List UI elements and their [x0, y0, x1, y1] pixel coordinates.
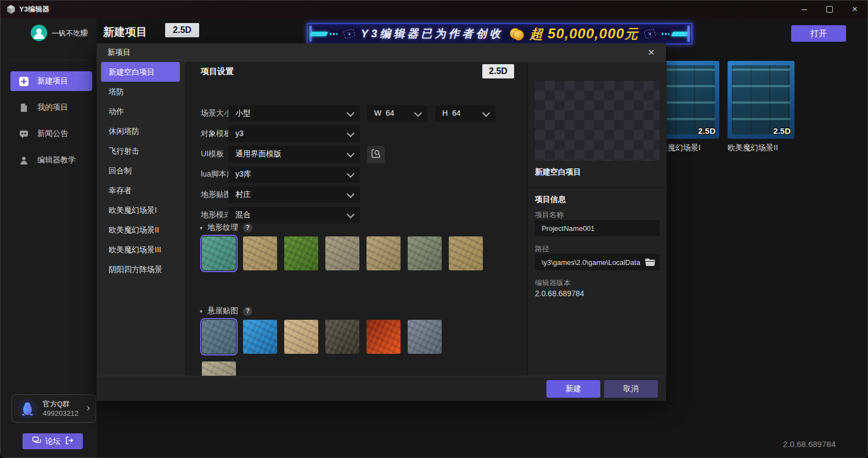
texture-tile-bare-dirt[interactable] [449, 236, 483, 270]
path-label: 路径 [535, 244, 549, 254]
project-info-header: 项目信息 [535, 195, 566, 205]
template-list-item[interactable]: 幸存者 [101, 180, 180, 200]
select-value: 通用界面模版 [235, 149, 281, 159]
window-titlebar: Y3编辑器 – × [1, 1, 867, 18]
template-preview-checkerboard [535, 81, 660, 161]
texture-tile-dark-rock[interactable] [325, 320, 359, 354]
field-label: 地形模式 [201, 210, 232, 220]
editor-window: Y3编辑器 – × 新建项目 2.5D ¥ Y3编辑器已为作者创收 超 50,0… [0, 0, 868, 458]
project-info-panel: 新建空白项目 项目信息 项目名称 路径 编辑器版本 2.0.68.689784 [527, 62, 667, 376]
sidebar-item-label: 新闻公告 [37, 129, 68, 139]
template-list-item[interactable]: 欧美魔幻场景II [101, 220, 180, 240]
section-label: 地形纹理 [207, 223, 238, 233]
texture-tile-sandstone-cliff[interactable] [284, 320, 318, 354]
select-value: 小型 [235, 109, 251, 118]
project-name-input[interactable] [535, 220, 660, 236]
sidebar-menu: 新建项目 我的项目 新闻公告 编辑器教学 [1, 71, 97, 177]
sidebar-item-tutorials[interactable]: 编辑器教学 [10, 150, 92, 170]
path-input[interactable] [535, 254, 660, 270]
help-icon[interactable]: ? [243, 307, 252, 316]
sidebar-item-my-projects[interactable]: 我的项目 [10, 98, 92, 117]
open-project-button[interactable]: 打开 [791, 25, 846, 42]
field-row-terrain-texture: 地形贴图 村庄 [186, 186, 527, 203]
divider [8, 60, 89, 60]
project-name-label: 项目名称 [535, 210, 563, 220]
terrain-texture-section: ▾ 地形纹理 ? [200, 222, 252, 233]
promo-banner[interactable]: ¥ Y3编辑器已为作者创收 超 50,000,000元 ¥ [307, 23, 692, 44]
ui-template-preview-button[interactable] [367, 146, 385, 163]
settings-header: 项目设置 [201, 66, 234, 77]
collapse-caret-icon[interactable]: ▾ [200, 308, 202, 314]
plus-icon [19, 77, 29, 86]
chevron-down-icon [347, 109, 354, 117]
maximize-button[interactable] [817, 1, 842, 18]
template-list-item[interactable]: 阴阳四方阵场景 [101, 259, 180, 279]
sidebar-item-new-project[interactable]: 新建项目 [10, 71, 92, 91]
template-card[interactable]: 2.5D 欧美魔幻场景II [728, 61, 794, 153]
page-mode-badge: 2.5D [165, 23, 199, 37]
template-list-item[interactable]: 飞行射击 [101, 141, 180, 161]
height-select[interactable]: H 64 [435, 105, 495, 122]
template-thumbnail: 2.5D [728, 61, 794, 139]
template-list-item[interactable]: 欧美魔幻场景I [101, 200, 180, 220]
texture-tile-stone-path[interactable] [367, 236, 401, 270]
template-list-item[interactable]: 新建空白项目 [101, 62, 180, 82]
template-list-item[interactable]: 塔防 [101, 82, 180, 101]
minimize-button[interactable]: – [792, 1, 817, 18]
cancel-button[interactable]: 取消 [604, 380, 658, 398]
folder-browse-icon[interactable] [644, 257, 656, 267]
dialog-header: 新项目 × [97, 43, 666, 62]
ui-template-select[interactable]: 通用界面模版 [228, 146, 360, 162]
select-value: 混合 [235, 210, 251, 220]
avatar[interactable] [31, 25, 47, 41]
close-button[interactable]: × [842, 1, 867, 18]
terrain-texture-select[interactable]: 村庄 [228, 186, 360, 203]
texture-tile-mossy-bricks[interactable] [408, 236, 442, 270]
chevron-down-icon [347, 150, 354, 157]
document-icon [19, 103, 29, 112]
field-row-lua-library: lua脚本库 y3库 [186, 166, 527, 183]
qq-group-box[interactable]: 官方Q群 499203212 › [12, 394, 96, 423]
chat-bubble-icon [19, 129, 29, 139]
sidebar-item-label: 编辑器教学 [37, 155, 76, 165]
gear-icon[interactable]: ⚙ [81, 27, 89, 38]
banner-decoration-left [311, 32, 337, 36]
collapse-caret-icon[interactable]: ▾ [200, 225, 202, 231]
mode-badge-2-5d: 2.5D [482, 64, 514, 78]
texture-tile-sandy-soil[interactable] [243, 236, 277, 270]
section-label: 悬崖贴图 [207, 306, 238, 316]
sidebar-item-news[interactable]: 新闻公告 [10, 124, 92, 144]
ticket-icon: ¥ [644, 29, 656, 39]
card-mode-badge: 2.5D [773, 126, 791, 135]
banner-amount: 超 50,000,000元 [529, 25, 638, 43]
texture-tile-blue-crystal-rock[interactable] [243, 320, 277, 354]
editor-version-value: 2.0.68.689784 [535, 289, 584, 298]
forum-button[interactable]: 论坛 [22, 433, 83, 449]
template-list-item[interactable]: 动作 [101, 101, 180, 121]
width-select[interactable]: W 64 [367, 105, 427, 122]
texture-tile-stone-slabs[interactable] [325, 236, 359, 270]
create-button[interactable]: 新建 [546, 380, 600, 398]
texture-tile-cobblestone[interactable] [408, 320, 442, 354]
template-list-item[interactable]: 休闲塔防 [101, 121, 180, 141]
card-label: 欧美魔幻场景II [728, 143, 794, 153]
template-list-item[interactable]: 回合制 [101, 161, 180, 180]
texture-tile-green-grass[interactable] [284, 236, 318, 270]
lua-library-select[interactable]: y3库 [228, 166, 360, 183]
terrain-mode-select[interactable]: 混合 [228, 207, 360, 223]
ticket-icon: ¥ [343, 29, 355, 39]
texture-tile-lava-rock[interactable] [367, 320, 401, 354]
editor-version-text: 2.0.68.689784 [783, 439, 836, 449]
divider [528, 187, 667, 188]
texture-tile-teal-grass[interactable] [202, 236, 236, 270]
new-project-dialog: 新项目 × 新建空白项目塔防动作休闲塔防飞行射击回合制幸存者欧美魔幻场景I欧美魔… [97, 43, 666, 401]
field-label: 对象模板 [201, 129, 232, 139]
dialog-close-button[interactable]: × [644, 45, 658, 59]
object-template-select[interactable]: y3 [228, 126, 360, 142]
texture-tile-grey-blue-rock[interactable] [202, 320, 236, 354]
help-icon[interactable]: ? [243, 223, 252, 233]
template-list: 新建空白项目塔防动作休闲塔防飞行射击回合制幸存者欧美魔幻场景I欧美魔幻场景II欧… [97, 62, 186, 376]
chevron-right-icon: › [87, 402, 90, 414]
template-list-item[interactable]: 欧美魔幻场景III [101, 240, 180, 259]
scene-size-select[interactable]: 小型 [228, 105, 360, 122]
